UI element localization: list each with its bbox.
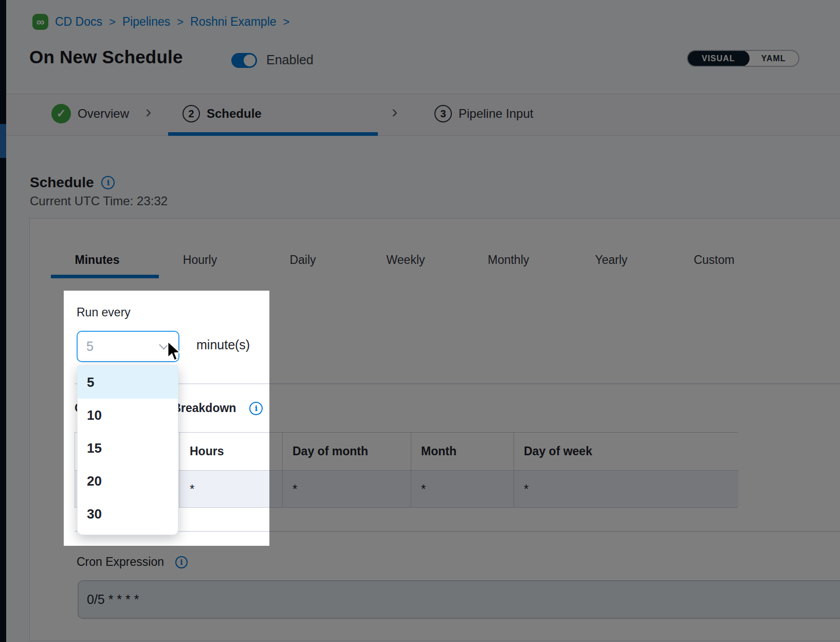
option-20[interactable]: 20 (78, 465, 178, 497)
minutes-select-value: 5 (86, 339, 160, 354)
chevron-right-icon: › (145, 101, 151, 121)
run-every-label: Run every (77, 306, 131, 319)
column-header-day-of-month: Day of month (283, 433, 411, 471)
column-header-hours: Hours (180, 433, 283, 471)
step-number-badge: 3 (434, 105, 452, 122)
tab-daily[interactable]: Daily (251, 242, 354, 278)
wizard-step-bar (6, 94, 840, 136)
section-divider (75, 531, 840, 532)
tab-custom[interactable]: Custom (663, 242, 765, 278)
step-pipeline-input-label: Pipeline Input (459, 106, 533, 121)
table-cell-day-of-month: * (283, 471, 411, 507)
cron-expression-label-text: Cron Expression (77, 555, 164, 569)
option-10[interactable]: 10 (78, 399, 178, 432)
utc-time-text: Current UTC Time: 23:32 (30, 194, 168, 208)
option-30[interactable]: 30 (78, 497, 178, 530)
breadcrumb-link-roshni-example[interactable]: Roshni Example (190, 15, 276, 29)
option-5[interactable]: 5 (78, 366, 178, 399)
tab-weekly[interactable]: Weekly (354, 242, 457, 278)
schedule-section-heading: Schedule (30, 174, 115, 191)
table-cell-hours: * (180, 471, 283, 507)
tab-hourly[interactable]: Hourly (149, 242, 251, 278)
chevron-down-icon (159, 340, 168, 349)
table-cell-month: * (411, 471, 514, 507)
page-title: On New Schedule (29, 47, 183, 67)
cd-module-icon: ∞ (32, 14, 48, 30)
step-schedule[interactable]: 2 Schedule (182, 105, 262, 122)
chevron-right-icon: > (177, 15, 184, 29)
column-header-day-of-week: Day of week (514, 433, 738, 471)
active-step-underline (168, 132, 378, 136)
visual-yaml-switch: VISUAL YAML (687, 50, 799, 67)
step-overview-label: Overview (78, 106, 129, 121)
enabled-toggle-label: Enabled (266, 52, 314, 67)
chevron-right-icon: > (109, 15, 116, 29)
period-tabs: Minutes Hourly Daily Weekly Monthly Year… (46, 242, 765, 278)
tab-yearly[interactable]: Yearly (560, 242, 663, 278)
column-header-month: Month (411, 433, 514, 471)
nav-active-indicator (0, 124, 6, 158)
breadcrumb-link-pipelines[interactable]: Pipelines (122, 15, 170, 29)
schedule-heading-text: Schedule (30, 174, 94, 191)
minutes-options-menu: 5 10 15 20 30 (77, 365, 178, 535)
left-nav-rail (0, 0, 6, 642)
enabled-toggle[interactable] (231, 53, 257, 68)
yaml-tab[interactable]: YAML (749, 51, 798, 66)
info-icon[interactable] (175, 556, 188, 568)
tab-minutes[interactable]: Minutes (46, 242, 149, 278)
chevron-right-icon: › (392, 101, 397, 121)
section-divider (75, 383, 840, 384)
minutes-unit-label: minute(s) (196, 337, 250, 352)
visual-tab[interactable]: VISUAL (687, 50, 750, 66)
trigger-schedule-page: ∞ CD Docs > Pipelines > Roshni Example >… (0, 0, 840, 642)
info-icon[interactable] (249, 402, 263, 415)
check-icon: ✓ (51, 104, 71, 123)
tab-monthly[interactable]: Monthly (457, 242, 560, 278)
chevron-right-icon: > (283, 15, 290, 29)
info-icon[interactable] (101, 176, 115, 189)
minutes-select[interactable]: 5 (77, 331, 179, 362)
step-schedule-label: Schedule (207, 106, 262, 121)
breadcrumb-link-cd-docs[interactable]: CD Docs (55, 15, 102, 29)
step-overview[interactable]: ✓ Overview (51, 104, 129, 123)
toggle-knob (244, 55, 255, 66)
step-number-badge: 2 (182, 105, 200, 122)
cron-expression-heading: Cron Expression (77, 555, 188, 569)
step-pipeline-input[interactable]: 3 Pipeline Input (434, 105, 533, 122)
selected-tab-underline (51, 275, 159, 278)
option-15[interactable]: 15 (78, 432, 178, 465)
breadcrumb: ∞ CD Docs > Pipelines > Roshni Example > (32, 14, 289, 30)
table-cell-day-of-week: * (514, 471, 738, 507)
cron-expression-input[interactable] (78, 580, 840, 619)
